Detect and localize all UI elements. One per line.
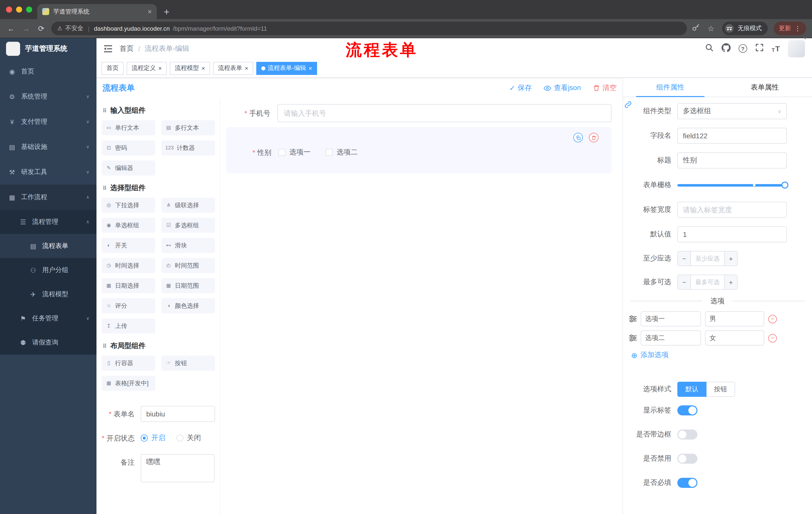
- form-canvas[interactable]: 手机号: [220, 98, 622, 514]
- address-bar[interactable]: ⚠ 不安全 | dashboard.yudao.iocoder.cn/bpm/m…: [51, 22, 687, 35]
- sidebar-fold-icon[interactable]: [104, 45, 113, 53]
- slider-track[interactable]: [677, 184, 787, 186]
- disabled-switch[interactable]: [677, 454, 697, 464]
- sidebar-item-process-model[interactable]: ✈ 流程模型: [0, 282, 96, 306]
- status-off-radio[interactable]: 关闭: [176, 434, 201, 442]
- add-option-button[interactable]: ⊕ 添加选项: [631, 351, 812, 360]
- sidebar-item-process-management[interactable]: ☰ 流程管理 ∧: [0, 210, 96, 234]
- max-select-placeholder[interactable]: 最多可选: [691, 275, 724, 289]
- chip-switch[interactable]: ◐开关: [102, 238, 155, 253]
- reload-icon[interactable]: ⟳: [36, 24, 46, 33]
- decrease-button[interactable]: −: [678, 251, 691, 266]
- chip-date-picker[interactable]: ▦日期选择: [102, 278, 155, 293]
- chip-date-range[interactable]: ▦日期范围: [161, 278, 215, 293]
- style-default-button[interactable]: 默认: [677, 382, 706, 397]
- gender-option2-checkbox[interactable]: 选项二: [326, 148, 358, 157]
- canvas-field-phone[interactable]: 手机号: [226, 104, 611, 122]
- option-label-input[interactable]: [641, 311, 701, 326]
- chip-color-picker[interactable]: ◑颜色选择: [161, 298, 215, 313]
- browser-overflow-chevron-icon[interactable]: ⌄: [803, 33, 808, 41]
- border-switch[interactable]: [677, 430, 697, 439]
- help-icon[interactable]: ?: [738, 44, 747, 53]
- remove-option-button[interactable]: −: [768, 315, 777, 323]
- app-logo[interactable]: 芋道管理系统: [0, 38, 96, 59]
- sidebar-item-infrastructure[interactable]: ▤ 基础设施 ∨: [0, 134, 96, 159]
- increase-button[interactable]: +: [724, 251, 737, 266]
- field-name-input[interactable]: [677, 128, 787, 144]
- chip-time-picker[interactable]: ◷时间选择: [102, 258, 155, 273]
- tab-form-props[interactable]: 表单属性: [718, 78, 812, 97]
- tag-close-icon[interactable]: ×: [245, 64, 248, 72]
- chip-cascader[interactable]: ⋔级联选择: [161, 198, 215, 213]
- password-key-icon[interactable]: [692, 23, 700, 33]
- bookmark-star-icon[interactable]: ☆: [706, 24, 716, 33]
- title-input[interactable]: [677, 153, 787, 168]
- chip-row-container[interactable]: ▯行容器: [102, 356, 155, 371]
- sidebar-item-process-form[interactable]: ▤ 流程表单: [0, 234, 96, 258]
- sidebar-item-leave-query[interactable]: ⚉ 请假查询: [0, 330, 96, 355]
- forward-icon[interactable]: →: [21, 24, 31, 33]
- chip-password[interactable]: ⊡密码: [102, 140, 155, 155]
- clear-button[interactable]: 清空: [593, 83, 616, 92]
- window-zoom-button[interactable]: [26, 6, 32, 12]
- chip-button[interactable]: ☞按钮: [161, 356, 215, 371]
- tag-close-icon[interactable]: ×: [158, 64, 162, 72]
- window-close-button[interactable]: [6, 6, 12, 12]
- chip-counter[interactable]: 123计数器: [161, 140, 215, 155]
- required-switch[interactable]: [677, 478, 697, 488]
- font-size-icon[interactable]: TT: [772, 44, 780, 53]
- option-value-input[interactable]: [705, 311, 764, 326]
- tab-component-props[interactable]: 组件属性: [623, 78, 718, 97]
- chip-slider[interactable]: ⊷滑块: [161, 238, 215, 253]
- chip-single-line-text[interactable]: ▭单行文本: [102, 120, 155, 135]
- slider-handle[interactable]: [781, 182, 788, 189]
- tag-home[interactable]: 首页: [102, 62, 124, 75]
- sidebar-item-devtools[interactable]: ⚒ 研发工具 ∨: [0, 159, 96, 185]
- fullscreen-icon[interactable]: [755, 43, 763, 54]
- sidebar-item-system[interactable]: ⚙ 系统管理 ∨: [0, 84, 96, 109]
- breadcrumb-home[interactable]: 首页: [120, 44, 134, 53]
- back-icon[interactable]: ←: [6, 24, 16, 33]
- tag-process-form-edit[interactable]: 流程表单-编辑 ×: [256, 62, 317, 75]
- grid-slider[interactable]: [677, 177, 787, 193]
- search-icon[interactable]: [705, 43, 713, 54]
- remark-textarea[interactable]: 嘿嘿: [141, 454, 214, 482]
- sidebar-item-workflow[interactable]: ▦ 工作流程 ∧: [0, 185, 96, 210]
- option-label-input[interactable]: [641, 330, 701, 346]
- chip-checkbox-group[interactable]: ☑多选框组: [161, 218, 215, 233]
- increase-button[interactable]: +: [724, 275, 737, 289]
- decrease-button[interactable]: −: [678, 275, 691, 289]
- show-label-switch[interactable]: [677, 405, 697, 415]
- sidebar-item-user-group[interactable]: ⚇ 用户分组: [0, 258, 96, 282]
- sidebar-item-payment[interactable]: ¥ 支付管理 ∨: [0, 109, 96, 134]
- component-type-select[interactable]: 多选框组 ∨: [677, 103, 787, 119]
- chip-rate[interactable]: ☆评分: [102, 298, 155, 313]
- tag-close-icon[interactable]: ×: [309, 64, 312, 72]
- chip-multi-line-text[interactable]: ▤多行文本: [161, 120, 215, 135]
- user-avatar[interactable]: [788, 40, 805, 57]
- chip-time-range[interactable]: ◴时间范围: [161, 258, 215, 273]
- link-icon[interactable]: [625, 101, 632, 110]
- gender-option1-checkbox[interactable]: 选项一: [279, 148, 311, 157]
- chip-editor[interactable]: ✎编辑器: [102, 160, 155, 175]
- tag-close-icon[interactable]: ×: [202, 64, 205, 72]
- github-icon[interactable]: [721, 43, 730, 54]
- form-name-input[interactable]: [141, 406, 215, 422]
- canvas-field-gender-selected[interactable]: 性别 选项一 选项二: [226, 127, 611, 173]
- sidebar-item-task-management[interactable]: ⚑ 任务管理 ∨: [0, 306, 96, 330]
- copy-field-button[interactable]: [573, 133, 583, 142]
- chip-upload[interactable]: ↥上传: [102, 318, 155, 333]
- chip-radio-group[interactable]: ◉单选框组: [102, 218, 155, 233]
- browser-menu-button[interactable]: 更新 ⋮: [774, 22, 806, 35]
- new-tab-button[interactable]: +: [164, 5, 169, 19]
- style-button-button[interactable]: 按钮: [706, 382, 735, 397]
- tag-process-form[interactable]: 流程表单 ×: [213, 62, 253, 75]
- view-json-button[interactable]: 查看json: [544, 83, 581, 92]
- chip-select[interactable]: ◎下拉选择: [102, 198, 155, 213]
- drag-handle-icon[interactable]: [629, 315, 637, 322]
- phone-input[interactable]: [278, 104, 611, 122]
- default-value-input[interactable]: [677, 226, 787, 242]
- tag-process-model[interactable]: 流程模型 ×: [170, 62, 210, 75]
- chip-table[interactable]: ▦表格[开发中]: [102, 376, 155, 391]
- delete-field-button[interactable]: [589, 133, 599, 142]
